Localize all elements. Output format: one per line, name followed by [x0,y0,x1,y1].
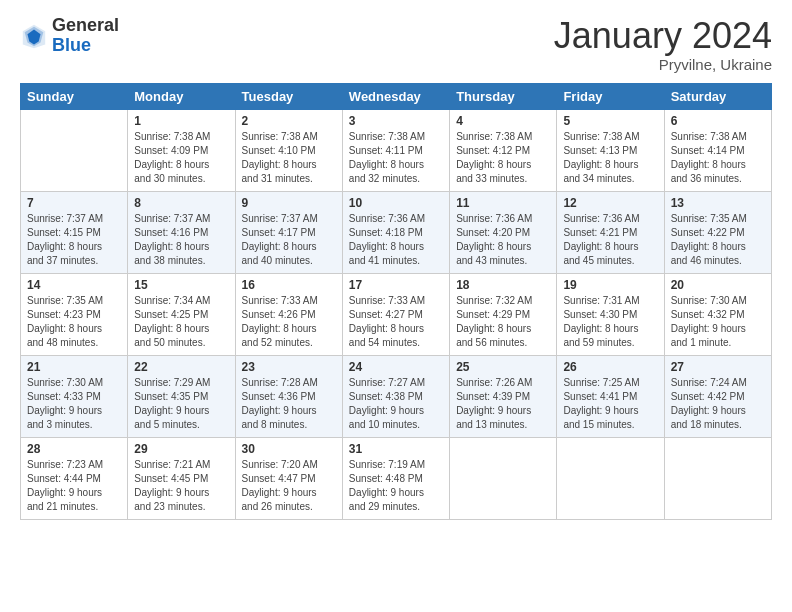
cell-content: Sunrise: 7:37 AMSunset: 4:16 PMDaylight:… [134,212,228,268]
day-header-sunday: Sunday [21,83,128,109]
page-container: General Blue January 2024 Pryvilne, Ukra… [0,0,792,530]
cell-content: Sunrise: 7:30 AMSunset: 4:32 PMDaylight:… [671,294,765,350]
day-number: 14 [27,278,121,292]
day-number: 22 [134,360,228,374]
calendar-cell: 8Sunrise: 7:37 AMSunset: 4:16 PMDaylight… [128,191,235,273]
cell-content: Sunrise: 7:38 AMSunset: 4:09 PMDaylight:… [134,130,228,186]
calendar-cell: 30Sunrise: 7:20 AMSunset: 4:47 PMDayligh… [235,437,342,519]
location-subtitle: Pryvilne, Ukraine [554,56,772,73]
cell-content: Sunrise: 7:38 AMSunset: 4:10 PMDaylight:… [242,130,336,186]
cell-content: Sunrise: 7:38 AMSunset: 4:13 PMDaylight:… [563,130,657,186]
cell-content: Sunrise: 7:38 AMSunset: 4:12 PMDaylight:… [456,130,550,186]
logo-blue: Blue [52,36,119,56]
logo-icon [20,22,48,50]
day-number: 6 [671,114,765,128]
day-number: 20 [671,278,765,292]
cell-content: Sunrise: 7:36 AMSunset: 4:18 PMDaylight:… [349,212,443,268]
day-number: 2 [242,114,336,128]
day-number: 1 [134,114,228,128]
day-number: 31 [349,442,443,456]
day-number: 21 [27,360,121,374]
day-header-thursday: Thursday [450,83,557,109]
calendar-week-row: 21Sunrise: 7:30 AMSunset: 4:33 PMDayligh… [21,355,772,437]
calendar-cell: 4Sunrise: 7:38 AMSunset: 4:12 PMDaylight… [450,109,557,191]
day-number: 11 [456,196,550,210]
day-number: 23 [242,360,336,374]
cell-content: Sunrise: 7:34 AMSunset: 4:25 PMDaylight:… [134,294,228,350]
calendar-cell: 24Sunrise: 7:27 AMSunset: 4:38 PMDayligh… [342,355,449,437]
cell-content: Sunrise: 7:29 AMSunset: 4:35 PMDaylight:… [134,376,228,432]
day-number: 7 [27,196,121,210]
day-number: 12 [563,196,657,210]
cell-content: Sunrise: 7:36 AMSunset: 4:20 PMDaylight:… [456,212,550,268]
day-header-saturday: Saturday [664,83,771,109]
day-header-wednesday: Wednesday [342,83,449,109]
calendar-cell: 14Sunrise: 7:35 AMSunset: 4:23 PMDayligh… [21,273,128,355]
calendar-cell: 7Sunrise: 7:37 AMSunset: 4:15 PMDaylight… [21,191,128,273]
calendar-week-row: 1Sunrise: 7:38 AMSunset: 4:09 PMDaylight… [21,109,772,191]
calendar-cell: 29Sunrise: 7:21 AMSunset: 4:45 PMDayligh… [128,437,235,519]
day-number: 17 [349,278,443,292]
day-number: 4 [456,114,550,128]
day-number: 8 [134,196,228,210]
calendar-cell: 27Sunrise: 7:24 AMSunset: 4:42 PMDayligh… [664,355,771,437]
cell-content: Sunrise: 7:20 AMSunset: 4:47 PMDaylight:… [242,458,336,514]
calendar-cell [450,437,557,519]
day-number: 26 [563,360,657,374]
day-header-monday: Monday [128,83,235,109]
calendar-cell: 16Sunrise: 7:33 AMSunset: 4:26 PMDayligh… [235,273,342,355]
calendar-cell: 12Sunrise: 7:36 AMSunset: 4:21 PMDayligh… [557,191,664,273]
day-number: 28 [27,442,121,456]
cell-content: Sunrise: 7:19 AMSunset: 4:48 PMDaylight:… [349,458,443,514]
calendar-cell: 19Sunrise: 7:31 AMSunset: 4:30 PMDayligh… [557,273,664,355]
cell-content: Sunrise: 7:24 AMSunset: 4:42 PMDaylight:… [671,376,765,432]
cell-content: Sunrise: 7:38 AMSunset: 4:11 PMDaylight:… [349,130,443,186]
day-number: 13 [671,196,765,210]
day-number: 25 [456,360,550,374]
cell-content: Sunrise: 7:33 AMSunset: 4:27 PMDaylight:… [349,294,443,350]
calendar-cell: 9Sunrise: 7:37 AMSunset: 4:17 PMDaylight… [235,191,342,273]
calendar-cell: 21Sunrise: 7:30 AMSunset: 4:33 PMDayligh… [21,355,128,437]
calendar-cell: 23Sunrise: 7:28 AMSunset: 4:36 PMDayligh… [235,355,342,437]
calendar-cell: 2Sunrise: 7:38 AMSunset: 4:10 PMDaylight… [235,109,342,191]
calendar-cell [664,437,771,519]
calendar-cell: 10Sunrise: 7:36 AMSunset: 4:18 PMDayligh… [342,191,449,273]
day-number: 24 [349,360,443,374]
day-number: 9 [242,196,336,210]
calendar-cell: 22Sunrise: 7:29 AMSunset: 4:35 PMDayligh… [128,355,235,437]
day-number: 27 [671,360,765,374]
day-number: 3 [349,114,443,128]
logo-general: General [52,16,119,36]
day-number: 19 [563,278,657,292]
day-header-tuesday: Tuesday [235,83,342,109]
calendar-table: SundayMondayTuesdayWednesdayThursdayFrid… [20,83,772,520]
day-header-friday: Friday [557,83,664,109]
calendar-week-row: 7Sunrise: 7:37 AMSunset: 4:15 PMDaylight… [21,191,772,273]
day-number: 29 [134,442,228,456]
logo-text: General Blue [52,16,119,56]
title-block: January 2024 Pryvilne, Ukraine [554,16,772,73]
cell-content: Sunrise: 7:32 AMSunset: 4:29 PMDaylight:… [456,294,550,350]
cell-content: Sunrise: 7:23 AMSunset: 4:44 PMDaylight:… [27,458,121,514]
calendar-cell: 26Sunrise: 7:25 AMSunset: 4:41 PMDayligh… [557,355,664,437]
calendar-cell: 25Sunrise: 7:26 AMSunset: 4:39 PMDayligh… [450,355,557,437]
page-header: General Blue January 2024 Pryvilne, Ukra… [20,16,772,73]
cell-content: Sunrise: 7:35 AMSunset: 4:22 PMDaylight:… [671,212,765,268]
logo: General Blue [20,16,119,56]
day-number: 15 [134,278,228,292]
cell-content: Sunrise: 7:37 AMSunset: 4:15 PMDaylight:… [27,212,121,268]
day-number: 18 [456,278,550,292]
cell-content: Sunrise: 7:28 AMSunset: 4:36 PMDaylight:… [242,376,336,432]
calendar-cell: 20Sunrise: 7:30 AMSunset: 4:32 PMDayligh… [664,273,771,355]
cell-content: Sunrise: 7:31 AMSunset: 4:30 PMDaylight:… [563,294,657,350]
calendar-cell: 13Sunrise: 7:35 AMSunset: 4:22 PMDayligh… [664,191,771,273]
calendar-cell: 6Sunrise: 7:38 AMSunset: 4:14 PMDaylight… [664,109,771,191]
calendar-cell: 11Sunrise: 7:36 AMSunset: 4:20 PMDayligh… [450,191,557,273]
calendar-cell: 31Sunrise: 7:19 AMSunset: 4:48 PMDayligh… [342,437,449,519]
calendar-cell: 5Sunrise: 7:38 AMSunset: 4:13 PMDaylight… [557,109,664,191]
calendar-cell: 17Sunrise: 7:33 AMSunset: 4:27 PMDayligh… [342,273,449,355]
day-number: 5 [563,114,657,128]
calendar-cell: 15Sunrise: 7:34 AMSunset: 4:25 PMDayligh… [128,273,235,355]
calendar-cell [557,437,664,519]
day-number: 10 [349,196,443,210]
